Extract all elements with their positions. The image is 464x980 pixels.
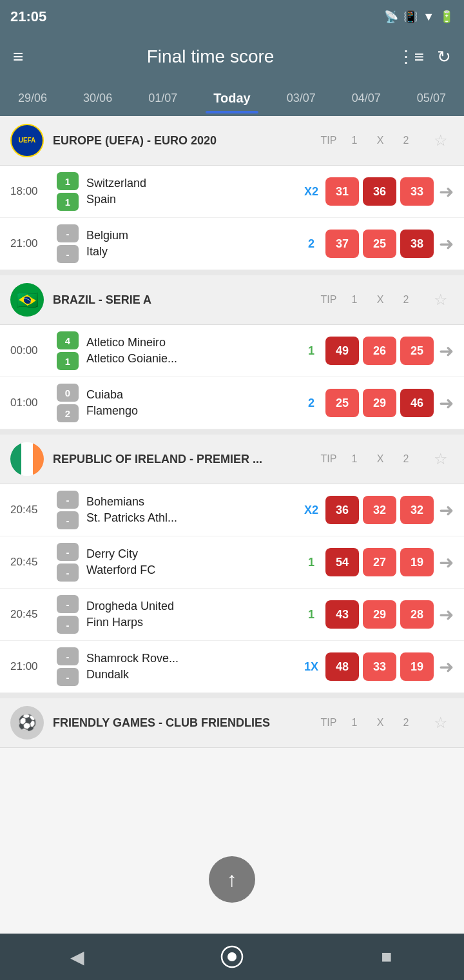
menu-button[interactable]: ≡	[13, 46, 23, 67]
details-arrow[interactable]: ➜	[439, 340, 454, 362]
col1-label: 1	[342, 717, 367, 729]
tab-today[interactable]: Today	[206, 86, 258, 111]
tab-03-07[interactable]: 03/07	[279, 86, 324, 110]
odds-boxes: 25 29 46	[325, 389, 434, 417]
details-arrow[interactable]: ➜	[439, 181, 454, 202]
team-home: Derry City	[86, 547, 297, 561]
odds-boxes: 37 25 38	[325, 230, 434, 258]
recents-button[interactable]: ■	[367, 937, 406, 976]
odds-1[interactable]: 49	[325, 337, 359, 365]
odds-1[interactable]: 54	[325, 548, 359, 576]
odds-1[interactable]: 37	[325, 230, 359, 258]
score-away: -	[57, 245, 79, 263]
team-home: Drogheda United	[86, 600, 297, 613]
match-row: 20:45 - - Derry City Waterford FC 1 54 2…	[0, 536, 464, 589]
details-arrow[interactable]: ➜	[439, 552, 454, 573]
status-time: 21:05	[10, 8, 46, 25]
match-time: 20:45	[10, 504, 57, 516]
odds-x[interactable]: 25	[363, 230, 396, 258]
score-home: -	[57, 543, 79, 561]
odds-2[interactable]: 33	[400, 177, 434, 206]
divider	[0, 270, 464, 275]
match-tip: 1	[297, 344, 325, 358]
league-name-friendly: FRIENDLY GAMES - CLUB FRIENDLIES	[53, 716, 307, 730]
odds-1[interactable]: 36	[325, 496, 359, 524]
match-tip: 2	[297, 397, 325, 410]
odds-2[interactable]: 28	[400, 600, 434, 629]
details-arrow[interactable]: ➜	[439, 656, 454, 678]
home-button[interactable]	[213, 937, 251, 976]
match-teams: Derry City Waterford FC	[86, 547, 297, 577]
col1-label: 1	[342, 135, 367, 146]
odds-x[interactable]: 36	[363, 177, 396, 206]
list-view-button[interactable]: ⋮≡	[398, 47, 424, 67]
col1-label: 1	[342, 294, 367, 306]
score-home: 4	[57, 331, 79, 349]
match-scores: - -	[57, 224, 79, 263]
divider	[0, 693, 464, 698]
scroll-top-button[interactable]: ↑	[209, 856, 255, 903]
tab-29-06[interactable]: 29/06	[10, 86, 55, 110]
odds-2[interactable]: 38	[400, 230, 434, 258]
match-row: 20:45 - - Drogheda United Finn Harps 1 4…	[0, 589, 464, 641]
odds-2[interactable]: 32	[400, 496, 434, 524]
match-row: 18:00 1 1 Switzerland Spain X2 31 36 33 …	[0, 166, 464, 218]
tab-05-07[interactable]: 05/07	[409, 86, 454, 110]
tab-01-07[interactable]: 01/07	[140, 86, 185, 110]
match-time: 21:00	[10, 237, 57, 250]
match-row: 21:00 - - Shamrock Rove... Dundalk 1X 48…	[0, 641, 464, 693]
odds-1[interactable]: 48	[325, 652, 359, 681]
league-header-friendly: ⚽ FRIENDLY GAMES - CLUB FRIENDLIES TIP 1…	[0, 698, 464, 748]
match-scores: 1 1	[57, 172, 79, 211]
match-teams: Bohemians St. Patricks Athl...	[86, 495, 297, 525]
details-arrow[interactable]: ➜	[439, 500, 454, 521]
odds-boxes: 36 32 32	[325, 496, 434, 524]
back-button[interactable]: ◀	[58, 937, 97, 976]
odds-x[interactable]: 26	[363, 337, 396, 365]
match-scores: 0 2	[57, 384, 79, 422]
score-home: 0	[57, 384, 79, 402]
odds-1[interactable]: 43	[325, 600, 359, 629]
odds-x[interactable]: 33	[363, 652, 396, 681]
divider	[0, 429, 464, 435]
odds-x[interactable]: 32	[363, 496, 396, 524]
match-scores: - -	[57, 595, 79, 634]
match-teams: Drogheda United Finn Harps	[86, 600, 297, 629]
vibrate-icon: 📳	[403, 10, 418, 24]
odds-x[interactable]: 29	[363, 389, 396, 417]
odds-1[interactable]: 31	[325, 177, 359, 206]
team-home: Bohemians	[86, 495, 297, 509]
match-time: 21:00	[10, 660, 57, 673]
odds-x[interactable]: 27	[363, 548, 396, 576]
svg-point-1	[227, 952, 237, 961]
match-time: 01:00	[10, 397, 57, 409]
details-arrow[interactable]: ➜	[439, 604, 454, 625]
score-away: 2	[57, 404, 79, 422]
match-tip: X2	[297, 504, 325, 517]
odds-1[interactable]: 25	[325, 389, 359, 417]
home-circle-icon	[220, 945, 244, 968]
team-home: Cuiaba	[86, 388, 297, 402]
favorite-button-brazil[interactable]: ☆	[428, 291, 454, 309]
odds-2[interactable]: 19	[400, 548, 434, 576]
status-bar: 21:05 📡 📳 ▼ 🔋	[0, 0, 464, 34]
favorite-button-friendly[interactable]: ☆	[428, 714, 454, 732]
details-arrow[interactable]: ➜	[439, 393, 454, 414]
odds-2[interactable]: 19	[400, 652, 434, 681]
tab-30-06[interactable]: 30/06	[75, 86, 120, 110]
match-scores: 4 1	[57, 331, 79, 370]
odds-2[interactable]: 25	[400, 337, 434, 365]
team-away: Flamengo	[86, 404, 297, 418]
details-arrow[interactable]: ➜	[439, 233, 454, 255]
colx-label: X	[367, 453, 393, 465]
match-teams: Switzerland Spain	[86, 177, 297, 206]
favorite-button-ireland[interactable]: ☆	[428, 450, 454, 468]
favorite-button-uefa[interactable]: ☆	[428, 132, 454, 150]
refresh-button[interactable]: ↻	[437, 47, 451, 67]
tip-labels-ireland: TIP 1 X 2	[316, 453, 419, 465]
odds-x[interactable]: 29	[363, 600, 396, 629]
score-home: -	[57, 595, 79, 613]
tab-04-07[interactable]: 04/07	[344, 86, 389, 110]
odds-2[interactable]: 46	[400, 389, 434, 417]
odds-boxes: 54 27 19	[325, 548, 434, 576]
